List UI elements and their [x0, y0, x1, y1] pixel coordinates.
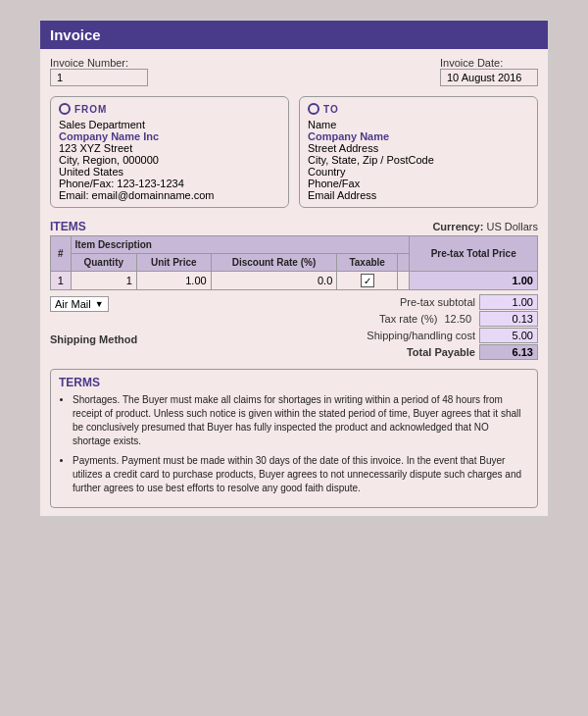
terms-section: TERMS Shortages. The Buyer must make all… — [50, 369, 538, 508]
invoice-number-label: Invoice Number: — [50, 57, 148, 69]
shipping-area: Air Mail ▼ Shipping Method — [50, 294, 322, 345]
invoice-date-value: 10 August 2016 — [440, 69, 538, 86]
invoice-meta: Invoice Number: 1 Invoice Date: 10 Augus… — [40, 49, 548, 90]
shipping-cost-label: Shipping/handling cost — [322, 330, 479, 341]
table-header-row-1: # Item Description Pre-tax Total Price — [51, 236, 538, 254]
pretax-subtotal-value: 1.00 — [479, 294, 538, 310]
total-payable-value: 6.13 — [479, 344, 538, 360]
col-hash: # — [51, 236, 72, 272]
invoice-header: Invoice — [40, 21, 548, 49]
from-company: Company Name Inc — [59, 130, 280, 142]
invoice-title: Invoice — [50, 26, 101, 43]
invoice-date-group: Invoice Date: 10 August 2016 — [440, 57, 538, 86]
from-line7: Email: email@domainname.com — [59, 189, 280, 201]
terms-list: Shortages. The Buyer must make all claim… — [59, 393, 529, 495]
col-description: Item Description — [71, 236, 410, 254]
from-line3: 123 XYZ Street — [59, 142, 280, 154]
tax-amount-value: 0.13 — [479, 311, 538, 327]
shipping-dropdown-wrapper: Air Mail ▼ — [50, 296, 322, 316]
items-table: # Item Description Pre-tax Total Price Q… — [50, 235, 538, 290]
invoice-number-value: 1 — [50, 69, 148, 86]
from-line4: City, Region, 000000 — [59, 154, 280, 166]
from-box: FROM Sales Department Company Name Inc 1… — [50, 96, 289, 208]
row-discount: 0.0 — [211, 272, 337, 290]
to-line6: Phone/Fax — [308, 178, 529, 189]
from-line1: Sales Department — [59, 119, 280, 130]
items-header-row: ITEMS Currency: US Dollars — [40, 214, 548, 235]
from-line5: United States — [59, 166, 280, 178]
to-box: TO Name Company Name Street Address City… — [299, 96, 538, 208]
from-to-section: FROM Sales Department Company Name Inc 1… — [40, 90, 548, 214]
total-payable-row: Total Payable 6.13 — [322, 344, 538, 360]
shipping-method-select[interactable]: Air Mail ▼ — [50, 296, 109, 312]
col-pretax-total: Pre-tax Total Price — [410, 236, 538, 272]
row-empty — [398, 272, 410, 290]
row-quantity: 1 — [71, 272, 136, 290]
terms-item-2: Payments. Payment must be made within 30… — [73, 454, 529, 495]
col-unit-price: Unit Price — [136, 254, 211, 272]
invoice-container: Invoice Invoice Number: 1 Invoice Date: … — [39, 20, 549, 517]
terms-item-1: Shortages. The Buyer must make all claim… — [73, 393, 529, 448]
row-num: 1 — [51, 272, 72, 290]
col-empty — [398, 254, 410, 272]
tax-rate-label: Tax rate (%) 12.50 — [322, 313, 479, 325]
to-line1: Name — [308, 119, 529, 130]
tax-rate-row: Tax rate (%) 12.50 0.13 — [322, 311, 538, 327]
items-title: ITEMS — [50, 220, 86, 233]
total-payable-label: Total Payable — [322, 346, 479, 358]
to-line5: Country — [308, 166, 529, 178]
totals-area: Pre-tax subtotal 1.00 Tax rate (%) 12.50… — [322, 294, 538, 361]
shipping-method-value: Air Mail — [55, 298, 91, 310]
row-pretax-total: 1.00 — [410, 272, 538, 290]
from-title: FROM — [59, 103, 280, 115]
row-taxable[interactable]: ✓ — [337, 272, 398, 290]
bottom-section: Air Mail ▼ Shipping Method Pre-tax subto… — [50, 294, 538, 361]
table-row: 1 1 1.00 0.0 ✓ 1.00 — [51, 272, 538, 290]
col-quantity: Quantity — [71, 254, 136, 272]
to-line7: Email Address — [308, 189, 529, 201]
to-line4: City, State, Zip / PostCode — [308, 154, 529, 166]
col-taxable: Taxable — [337, 254, 398, 272]
invoice-number-group: Invoice Number: 1 — [50, 57, 148, 86]
pretax-subtotal-row: Pre-tax subtotal 1.00 — [322, 294, 538, 310]
currency-label: Currency: US Dollars — [432, 221, 538, 232]
shipping-cost-row: Shipping/handling cost 5.00 — [322, 328, 538, 343]
shipping-cost-value: 5.00 — [479, 328, 538, 343]
shipping-method-label: Shipping Method — [50, 333, 137, 345]
pretax-subtotal-label: Pre-tax subtotal — [322, 296, 479, 308]
terms-title: TERMS — [59, 376, 529, 389]
dropdown-arrow-icon: ▼ — [95, 299, 104, 309]
invoice-date-label: Invoice Date: — [440, 57, 538, 69]
to-line3: Street Address — [308, 142, 529, 154]
to-title: TO — [308, 103, 529, 115]
from-line6: Phone/Fax: 123-123-1234 — [59, 178, 280, 189]
col-discount: Discount Rate (%) — [211, 254, 337, 272]
taxable-checkbox[interactable]: ✓ — [361, 274, 374, 287]
row-unit-price: 1.00 — [136, 272, 211, 290]
to-company: Company Name — [308, 130, 529, 142]
